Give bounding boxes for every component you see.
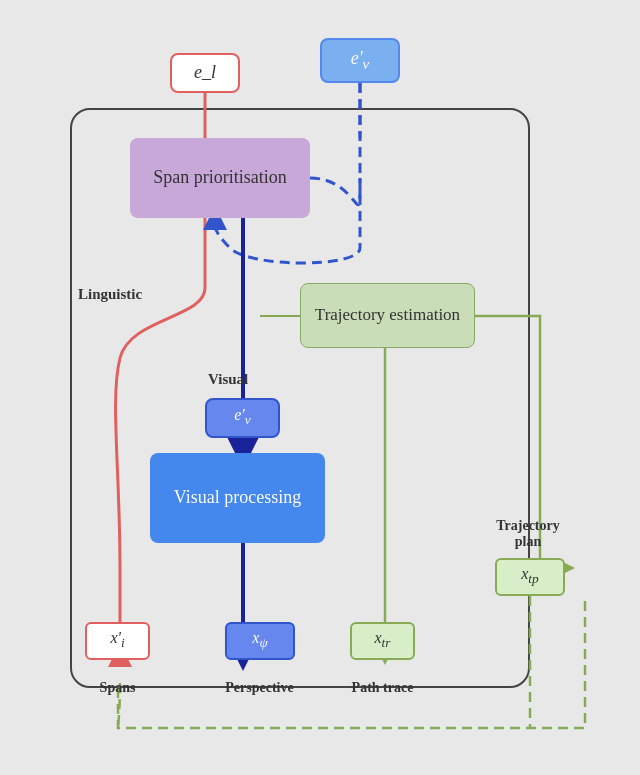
spans-label: Spans xyxy=(85,680,150,696)
visual-processing-box: Visual processing xyxy=(150,453,325,543)
trajectory-estimation-box: Trajectory estimation xyxy=(300,283,475,348)
path-trace-label: Path trace xyxy=(335,680,430,696)
visual-label: Visual xyxy=(208,371,248,388)
el-box: e_l xyxy=(170,53,240,93)
visual-processing-label: Visual processing xyxy=(174,487,301,508)
xi-box: x'i xyxy=(85,622,150,660)
perspective-label: Perspective xyxy=(212,680,307,696)
xi-label: x'i xyxy=(110,629,124,651)
ev-top-label: e'v xyxy=(351,48,370,73)
diagram-container: e_l e'v Span prioritisation Trajectory e… xyxy=(30,28,610,748)
trajectory-estimation-label: Trajectory estimation xyxy=(315,305,460,325)
xpsi-label: xψ xyxy=(252,629,267,651)
el-label: e_l xyxy=(194,62,216,83)
ev-top-box: e'v xyxy=(320,38,400,83)
span-prioritisation-label: Span prioritisation xyxy=(153,167,287,188)
xtp-box: xtp xyxy=(495,558,565,596)
xtr-label: xtr xyxy=(375,629,391,651)
linguistic-label: Linguistic xyxy=(78,286,142,303)
ev-mid-label: e'v xyxy=(234,406,250,428)
xpsi-box: xψ xyxy=(225,622,295,660)
xtr-box: xtr xyxy=(350,622,415,660)
xtp-label: xtp xyxy=(521,565,538,587)
trajectory-plan-label: Trajectory plan xyxy=(488,518,568,550)
span-prioritisation-box: Span prioritisation xyxy=(130,138,310,218)
ev-mid-box: e'v xyxy=(205,398,280,438)
